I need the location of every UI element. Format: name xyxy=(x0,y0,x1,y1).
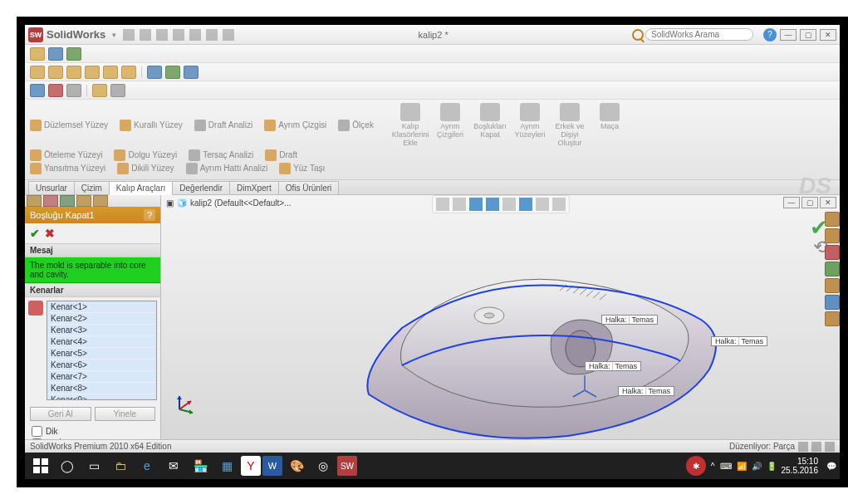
app-icon[interactable]: ▦ xyxy=(214,455,239,477)
list-item[interactable]: Kenar<5> xyxy=(47,348,156,360)
qa-icon[interactable] xyxy=(66,84,81,97)
view-orient-icon[interactable] xyxy=(469,198,483,211)
unknown-icon[interactable]: ◎ xyxy=(311,455,336,477)
ribbon-cmd[interactable]: Yansıtma Yüzeyi xyxy=(30,163,105,174)
status-icon[interactable] xyxy=(825,442,835,452)
taskview-icon[interactable]: ▭ xyxy=(81,455,106,477)
appearance-icon[interactable] xyxy=(552,198,566,211)
taskpane-icon[interactable] xyxy=(825,228,840,243)
main-tab[interactable]: Değerlendir xyxy=(172,181,230,194)
tray-notifications-icon[interactable]: 💬 xyxy=(826,462,836,471)
tray-up-icon[interactable]: ^ xyxy=(711,462,715,471)
list-item[interactable]: Kenar<1> xyxy=(47,301,156,313)
ribbon-cmd[interactable]: Dikili Yüzey xyxy=(117,163,174,174)
qat-undo-icon[interactable] xyxy=(189,29,201,41)
list-item[interactable]: Kenar<8> xyxy=(47,383,156,394)
cortana-icon[interactable]: ◯ xyxy=(55,455,80,477)
fm-tab-icon[interactable] xyxy=(27,195,42,207)
qa-icon[interactable] xyxy=(48,47,63,61)
qat-rebuild-icon[interactable] xyxy=(206,29,218,41)
ribbon-big-cmd[interactable]: BoşluklarıKapat xyxy=(472,103,508,148)
chk-dik[interactable]: Dik xyxy=(32,426,154,437)
ribbon-cmd[interactable]: Öteleme Yüzeyi xyxy=(30,149,102,161)
explorer-icon[interactable]: 🗀 xyxy=(108,455,133,477)
qa-icon[interactable] xyxy=(66,66,81,79)
list-item[interactable]: Kenar<7> xyxy=(47,371,156,383)
qa-icon[interactable] xyxy=(165,66,180,79)
edge-list[interactable]: Kenar<1>Kenar<2>Kenar<3>Kenar<4>Kenar<5>… xyxy=(47,301,157,400)
callout-tag[interactable]: Halka:Temas xyxy=(601,315,658,325)
main-tab[interactable]: Kalıp Araçları xyxy=(109,181,173,195)
ribbon-big-cmd[interactable]: Maça xyxy=(591,103,628,148)
tray-app-icon[interactable]: ✱ xyxy=(686,456,706,476)
chk-preview[interactable]: Ön İzlemeyi Göster xyxy=(32,438,154,439)
list-item[interactable]: Kenar<3> xyxy=(47,325,156,336)
status-icon[interactable] xyxy=(798,442,808,452)
fm-tab-icon[interactable] xyxy=(93,195,108,207)
ribbon-cmd[interactable]: Draft Analizi xyxy=(194,120,252,131)
maximize-button[interactable]: ▢ xyxy=(800,29,816,41)
ribbon-cmd[interactable]: Düzlemsel Yüzey xyxy=(30,120,108,131)
qa-icon[interactable] xyxy=(30,47,45,61)
ok-button[interactable]: ✔ xyxy=(30,227,40,240)
edge-select-icon[interactable] xyxy=(28,301,43,316)
start-button[interactable] xyxy=(28,455,53,477)
tray-volume-icon[interactable]: 🔊 xyxy=(752,462,762,471)
3d-model[interactable] xyxy=(352,245,734,439)
help-icon[interactable]: ? xyxy=(763,28,777,42)
callout-tag[interactable]: Halka:Temas xyxy=(585,361,641,371)
taskpane-icon[interactable] xyxy=(825,212,840,227)
ribbon-cmd[interactable]: Tersaç Analizi xyxy=(189,149,253,161)
edge-icon[interactable]: e xyxy=(135,455,159,477)
qa-icon[interactable] xyxy=(85,66,100,79)
taskpane-icon[interactable] xyxy=(825,262,840,276)
fm-tab-icon[interactable] xyxy=(60,195,75,207)
search-input[interactable] xyxy=(645,28,753,41)
yandex-icon[interactable]: Y xyxy=(241,456,261,476)
minimize-button[interactable]: — xyxy=(780,29,797,41)
taskpane-icon[interactable] xyxy=(825,245,840,260)
list-item[interactable]: Kenar<4> xyxy=(47,336,156,348)
ribbon-cmd[interactable]: Kurallı Yüzey xyxy=(120,120,183,131)
qa-icon[interactable] xyxy=(103,66,118,79)
fm-tab-icon[interactable] xyxy=(43,195,58,207)
tray-wifi-icon[interactable]: 📶 xyxy=(737,462,747,471)
taskpane-icon[interactable] xyxy=(825,278,840,293)
ribbon-cmd[interactable]: Ayrım Çizgisi xyxy=(264,120,326,131)
zoom-fit-icon[interactable] xyxy=(436,198,449,211)
qa-icon[interactable] xyxy=(30,84,45,97)
store-icon[interactable]: 🏪 xyxy=(188,455,213,477)
main-tab[interactable]: DimXpert xyxy=(229,181,279,194)
qat-save-icon[interactable] xyxy=(156,29,168,41)
mail-icon[interactable]: ✉ xyxy=(161,455,186,477)
status-icon[interactable] xyxy=(811,442,821,452)
qa-icon[interactable] xyxy=(66,47,81,61)
ribbon-big-cmd[interactable]: AyrımÇizgileri xyxy=(432,103,468,148)
main-tab[interactable]: Unsurlar xyxy=(28,181,75,194)
paint-icon[interactable]: 🎨 xyxy=(284,455,309,477)
taskpane-icon[interactable] xyxy=(825,295,840,310)
qa-icon[interactable] xyxy=(147,66,162,79)
taskpane-icon[interactable] xyxy=(825,311,840,326)
list-item[interactable]: Kenar<9> xyxy=(47,394,156,400)
list-item[interactable]: Kenar<6> xyxy=(47,360,156,371)
qat-new-icon[interactable] xyxy=(123,29,135,41)
tray-lang-icon[interactable]: ⌨ xyxy=(720,462,732,471)
qa-icon[interactable] xyxy=(184,66,199,79)
list-item[interactable]: Kenar<2> xyxy=(47,313,156,325)
3d-viewport[interactable]: ▣ 🧊 kalip2 (Default<<Default>... — ▢ ✕ ✔ xyxy=(161,195,840,439)
ribbon-big-cmd[interactable]: KalıpKlasörleriniEkle xyxy=(392,103,429,148)
redo-button[interactable]: Yinele xyxy=(95,407,156,421)
qa-icon[interactable] xyxy=(30,66,45,79)
vp-minimize-button[interactable]: — xyxy=(783,197,800,208)
display-style-icon[interactable] xyxy=(486,198,499,211)
qa-icon[interactable] xyxy=(48,84,63,97)
scene-icon[interactable] xyxy=(519,198,532,211)
callout-tag[interactable]: Halka:Temas xyxy=(711,336,767,346)
app-menu-dropdown-icon[interactable]: ▾ xyxy=(112,31,116,39)
propmgr-help-icon[interactable]: ? xyxy=(144,209,155,221)
cancel-button[interactable]: ✖ xyxy=(45,227,55,240)
expand-icon[interactable]: ▣ xyxy=(166,198,174,208)
ribbon-big-cmd[interactable]: Erkek veDişiyiOluştur xyxy=(551,103,588,148)
solidworks-task-icon[interactable]: SW xyxy=(337,456,357,476)
